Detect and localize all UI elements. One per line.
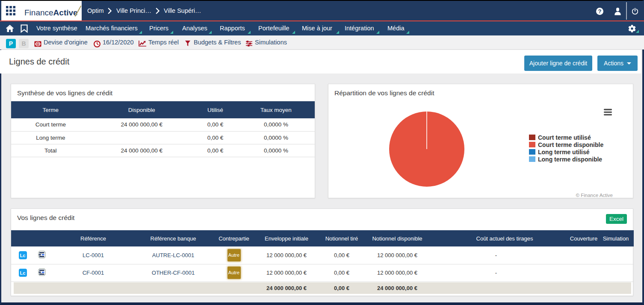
svg-text:?: ? [598,8,602,15]
svg-text:1: 1 [37,42,39,45]
